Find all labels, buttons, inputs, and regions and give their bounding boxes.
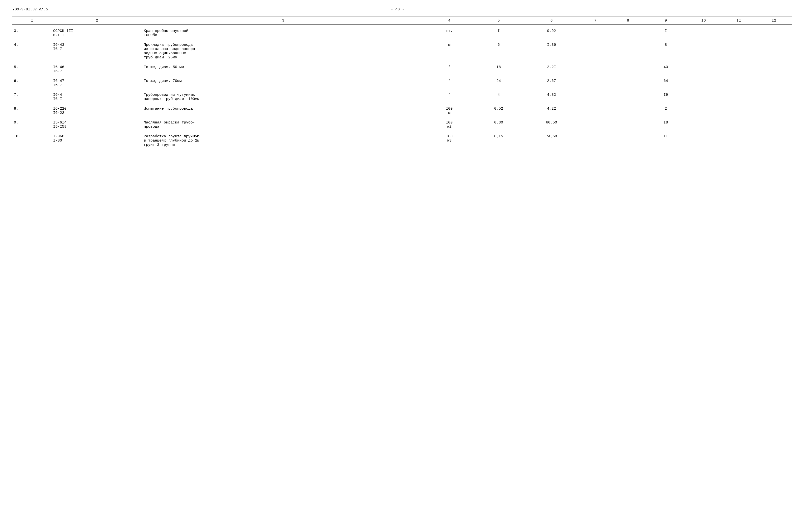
table-row: 3. ССРСЦ-III п.III Кран пробно-спускной … [12,28,792,38]
row-desc: Испытание трубопровода [142,106,424,116]
spacer-row [12,102,792,106]
row-col11 [721,119,756,130]
table-row: 6. I6-47 I6-7 То же, диам. 70мм " 24 2,6… [12,78,792,88]
row-unit: м [424,42,474,61]
row-col8 [610,78,645,88]
col-header-2: 2 [52,17,142,24]
row-num: 6. [12,78,52,88]
row-col10 [686,78,721,88]
row-code: ССРСЦ-III п.III [52,28,142,38]
row-num: IO. [12,133,52,148]
spacer-row [12,61,792,64]
spacer-row [12,130,792,133]
row-code: I6-43 I6-7 [52,42,142,61]
row-code: I5-6I4 I5-I58 [52,119,142,130]
row-col8 [610,64,645,75]
row-desc: То же, диам. 50 мм [142,64,424,75]
row-col9: 8 [645,42,686,61]
col-header-7: 7 [580,17,610,24]
row-desc: Прокладка трубопровода из стальных водог… [142,42,424,61]
row-unit: " [424,78,474,88]
row-col8 [610,42,645,61]
spacer-row [12,38,792,42]
row-col6: I,36 [523,42,580,61]
row-col12 [756,78,792,88]
row-num: 3. [12,28,52,38]
row-col9: 2 [645,106,686,116]
row-col12 [756,64,792,75]
row-col5: 6 [474,42,523,61]
main-table-wrapper: I 2 3 4 5 6 7 8 9 IO II I2 3. ССРСЦ-III … [12,17,792,148]
row-col11 [721,78,756,88]
row-col7 [580,28,610,38]
table-row: 5. I6-46 I6-7 То же, диам. 50 мм " I8 2,… [12,64,792,75]
page-header: 709-9-8I.87 ал.5 - 48 - [12,7,792,12]
row-col7 [580,92,610,102]
row-col10 [686,92,721,102]
row-unit: " [424,64,474,75]
spacer-row [12,88,792,92]
row-col9: 64 [645,78,686,88]
row-col11 [721,28,756,38]
table-row: 7. I6-4 I6-I Трубопровод из чугунных нап… [12,92,792,102]
row-unit: I00 м3 [424,133,474,148]
row-col6: 2,67 [523,78,580,88]
row-col8 [610,119,645,130]
row-unit: I00 м2 [424,119,474,130]
row-desc: Разработка грунта вручную в траншеях глу… [142,133,424,148]
row-col8 [610,133,645,148]
row-col12 [756,92,792,102]
row-col6: 74,50 [523,133,580,148]
col-header-1: I [12,17,52,24]
row-desc: То же, диам. 70мм [142,78,424,88]
col-header-5: 5 [474,17,523,24]
row-desc: Кран пробно-спускной IOБ9бк [142,28,424,38]
row-desc: Трубопровод из чугунных напорных труб ди… [142,92,424,102]
table-row: 4. I6-43 I6-7 Прокладка трубопровода из … [12,42,792,61]
table-row: 8. I6-220 I6-22 Испытание трубопровода I… [12,106,792,116]
row-col5: 0,52 [474,106,523,116]
col-header-12: I2 [756,17,792,24]
row-col9: I9 [645,92,686,102]
row-code: I-960 I-80 [52,133,142,148]
row-code: I6-46 I6-7 [52,64,142,75]
row-col6: 60,50 [523,119,580,130]
row-col12 [756,133,792,148]
row-col8 [610,92,645,102]
row-desc: Масляная окраска трубо- провода [142,119,424,130]
row-col10 [686,42,721,61]
table-row: IO. I-960 I-80 Разработка грунта вручную… [12,133,792,148]
row-unit: I00 м [424,106,474,116]
row-num: 7. [12,92,52,102]
page-number: - 48 - [391,7,404,12]
row-col9: I8 [645,119,686,130]
row-col6: 4,82 [523,92,580,102]
row-col10 [686,106,721,116]
row-col5: 4 [474,92,523,102]
row-col7 [580,119,610,130]
table-row: 9. I5-6I4 I5-I58 Масляная окраска трубо-… [12,119,792,130]
row-col9: II [645,133,686,148]
row-col5: I [474,28,523,38]
col-header-11: II [721,17,756,24]
row-col12 [756,106,792,116]
row-col12 [756,42,792,61]
row-col5: 24 [474,78,523,88]
col-header-4: 4 [424,17,474,24]
column-header-row: I 2 3 4 5 6 7 8 9 IO II I2 [12,17,792,24]
row-col11 [721,64,756,75]
row-col7 [580,106,610,116]
row-col7 [580,78,610,88]
col-header-8: 8 [610,17,645,24]
col-header-3: 3 [142,17,424,24]
row-unit: " [424,92,474,102]
row-col11 [721,92,756,102]
col-header-9: 9 [645,17,686,24]
main-table: I 2 3 4 5 6 7 8 9 IO II I2 3. ССРСЦ-III … [12,17,792,148]
row-col10 [686,64,721,75]
spacer-row [12,24,792,28]
row-col6: 2,2I [523,64,580,75]
row-col8 [610,106,645,116]
row-col7 [580,42,610,61]
col-header-6: 6 [523,17,580,24]
